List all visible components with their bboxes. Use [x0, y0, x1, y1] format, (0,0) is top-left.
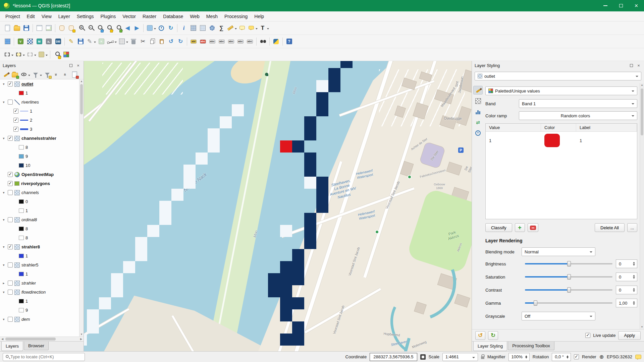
add-feature-button[interactable]: +	[97, 37, 106, 47]
spin-up-icon[interactable]	[633, 274, 635, 277]
spin-down-icon[interactable]	[525, 357, 527, 360]
redo-button[interactable]: ↻	[176, 37, 185, 47]
zoom-next-button[interactable]: ▶	[132, 23, 142, 33]
layer-item-riverlines[interactable]: ▾riverlines	[0, 98, 84, 107]
dropdown-arrow-icon[interactable]	[40, 75, 42, 77]
processing-toolbox-button[interactable]	[207, 23, 217, 33]
column-header-color[interactable]: Color	[541, 124, 576, 131]
add-delimited-text-layer-button[interactable]: a,	[44, 37, 53, 47]
blending-mode-combo[interactable]: Normal	[522, 247, 595, 256]
layer-item-strahler[interactable]: ▸strahler	[0, 279, 84, 288]
map-canvas[interactable]: Nieuwe NackSteelhaven, La Bonne Aventure…	[84, 61, 472, 351]
dropdown-arrow-icon[interactable]	[11, 55, 13, 57]
menu-database[interactable]: Database	[160, 12, 186, 20]
tab-browser[interactable]: Browser	[24, 342, 49, 350]
expand-arrow-icon[interactable]: ▸	[1, 281, 6, 285]
highlight-labels-button[interactable]: abc	[208, 37, 217, 47]
column-header-value[interactable]: Value	[486, 124, 541, 131]
color-swatch[interactable]	[544, 134, 560, 147]
toggle-editing-button[interactable]: ✎	[66, 37, 76, 47]
dropdown-arrow-icon[interactable]	[235, 28, 237, 31]
scroll-up-icon[interactable]: ▲	[640, 83, 644, 87]
visibility-checkbox[interactable]	[8, 244, 13, 249]
lock-icon[interactable]	[481, 356, 484, 359]
menu-edit[interactable]: Edit	[23, 12, 38, 20]
dropdown-arrow-icon[interactable]	[126, 42, 128, 44]
add-vector-layer-button[interactable]: V	[16, 37, 25, 47]
help-contents-button[interactable]: ?	[284, 37, 294, 47]
python-console-button[interactable]	[271, 37, 281, 47]
measure-line-button[interactable]	[226, 23, 237, 33]
collapse-arrow-icon[interactable]: ▾	[1, 191, 6, 194]
add-group-button[interactable]	[10, 70, 19, 78]
modify-attributes-button[interactable]	[117, 37, 129, 47]
menu-vector[interactable]: Vector	[119, 12, 139, 20]
saturation-spinbox[interactable]: 0	[616, 273, 637, 281]
spin-down-icon[interactable]	[633, 264, 635, 267]
contrast-slider[interactable]	[525, 287, 612, 293]
pin-labels-button[interactable]: abc	[217, 37, 226, 47]
temporal-controller-button[interactable]	[157, 23, 166, 33]
select-features-button[interactable]	[3, 50, 14, 60]
coordinate-box[interactable]: 288327.3,5675936.5	[370, 353, 417, 361]
menu-web[interactable]: Web	[186, 12, 203, 20]
legend-item-8[interactable]: 8	[0, 143, 84, 152]
vertex-tool-button[interactable]	[106, 37, 117, 47]
spin-down-icon[interactable]	[633, 277, 635, 280]
filter-by-expression-button[interactable]	[43, 70, 52, 78]
select-by-expression-button[interactable]	[14, 50, 25, 60]
manage-map-themes-button[interactable]	[19, 70, 31, 78]
grayscale-combo[interactable]: Off	[522, 312, 595, 320]
visibility-checkbox[interactable]	[8, 81, 13, 86]
expand-all-button[interactable]: »	[52, 70, 61, 78]
visibility-checkbox[interactable]	[13, 127, 18, 132]
open-layer-styling-panel-button[interactable]	[1, 70, 10, 78]
magnifier-spin[interactable]: 100%	[508, 353, 530, 361]
menu-help[interactable]: Help	[251, 12, 267, 20]
visibility-checkbox[interactable]	[8, 190, 13, 195]
menu-settings[interactable]: Settings	[73, 12, 97, 20]
remove-value-button[interactable]	[528, 223, 538, 232]
close-button[interactable]: ×	[629, 0, 644, 11]
tab-layers[interactable]: Layers	[1, 342, 23, 351]
layers-horizontal-scrollbar[interactable]: ◀ ▶	[0, 337, 84, 341]
zoom-native-resolution-button[interactable]	[52, 50, 61, 60]
filter-legend-button[interactable]	[31, 70, 43, 78]
locate-bar[interactable]	[3, 353, 85, 361]
collapse-arrow-icon[interactable]: ▾	[1, 136, 6, 140]
menu-raster[interactable]: Raster	[139, 12, 160, 20]
open-layout-table-button[interactable]	[198, 23, 207, 33]
layer-labeling-options-button[interactable]: abl	[189, 37, 198, 47]
histogram-tab-button[interactable]	[473, 107, 483, 116]
collapse-arrow-icon[interactable]: ▾	[1, 100, 6, 104]
delete-all-button[interactable]: Delete All	[595, 223, 625, 232]
spin-down-icon[interactable]	[633, 303, 635, 306]
gamma-slider-handle[interactable]	[534, 300, 537, 306]
styling-vertical-scrollbar[interactable]: ▲ ▼	[640, 83, 644, 329]
save-layer-edits-button[interactable]	[76, 37, 85, 47]
legend-item-3[interactable]: 3	[0, 125, 84, 134]
refresh-map-button[interactable]: ↻	[166, 23, 175, 33]
render-checkbox[interactable]	[574, 354, 579, 359]
move-label-button[interactable]: abc	[236, 37, 245, 47]
cell-color[interactable]	[541, 132, 576, 149]
legend-item-1[interactable]: 1	[0, 206, 84, 215]
dropdown-arrow-icon[interactable]	[94, 42, 96, 44]
raster-calculator-button[interactable]	[61, 50, 71, 60]
legend-item-10[interactable]: 10	[0, 161, 84, 170]
zoom-to-layer-button[interactable]	[113, 23, 123, 33]
spin-up-icon[interactable]	[633, 261, 635, 263]
contrast-slider-handle[interactable]	[567, 287, 571, 293]
project-new-button[interactable]	[3, 23, 12, 33]
add-mesh-layer-button[interactable]: M	[35, 37, 44, 47]
locate-input[interactable]	[10, 354, 82, 359]
layer-item-channels[interactable]: ▾channels	[0, 188, 84, 197]
add-database-layer-button[interactable]: DB	[53, 37, 63, 47]
redo-style-button[interactable]: ↻	[488, 331, 498, 340]
crs-icon[interactable]: ⊕	[599, 354, 604, 360]
color-ramp-combo[interactable]: Random colors	[519, 111, 637, 120]
open-attribute-table-button[interactable]	[189, 23, 198, 33]
saturation-slider-handle[interactable]	[567, 274, 571, 280]
layer-item-strahler5[interactable]: ▾strahler5	[0, 260, 84, 269]
project-save-button[interactable]	[21, 23, 31, 33]
